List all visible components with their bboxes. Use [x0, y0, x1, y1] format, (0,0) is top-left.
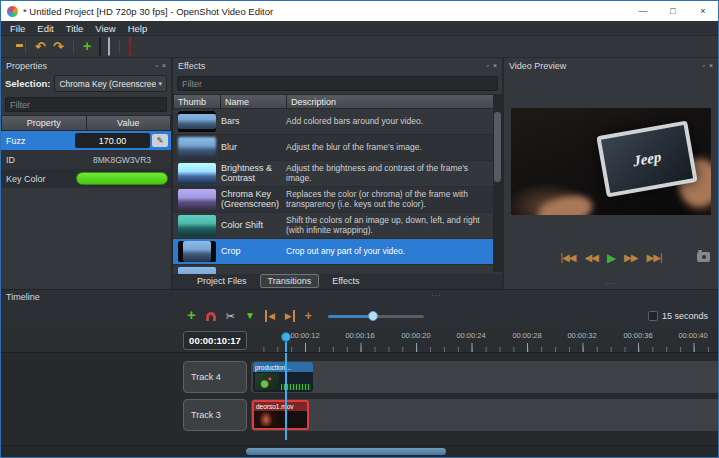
effect-row-partial[interactable] — [173, 265, 502, 274]
jump-to-start-button[interactable]: |◀◀ — [561, 253, 576, 263]
ruler-label: 00:00:24 — [449, 331, 493, 340]
close-panel-icon[interactable]: × — [493, 62, 497, 69]
clip-deorso1[interactable]: deorso1.mov — [252, 400, 309, 430]
edit-value-button[interactable]: ✎ — [152, 134, 168, 147]
video-frame[interactable]: Jeep — [511, 108, 711, 215]
track-row: Track 3 deorso1.mov — [1, 399, 718, 431]
openshot-logo-icon — [7, 6, 18, 17]
effects-scrollbar-thumb[interactable] — [494, 112, 501, 182]
clip-thumbnail — [255, 412, 277, 426]
previous-marker-button[interactable]: ◀ — [265, 310, 275, 322]
ruler-label: 00:00:28 — [505, 331, 549, 340]
effects-title: Effects — [178, 61, 205, 71]
ruler-label: 00:00:36 — [616, 331, 660, 340]
maximize-button[interactable]: □ — [658, 1, 688, 21]
selection-row: Selection: Chroma Key (Greenscreen) ▾ — [1, 73, 171, 94]
save-frame-camera-icon[interactable] — [697, 252, 710, 262]
property-row-id[interactable]: ID 8MK8GW3VR3 — [1, 150, 171, 169]
effect-row-chroma-key[interactable]: Chroma Key (Greenscreen) Replaces the co… — [173, 187, 502, 213]
track-4-lane[interactable] — [251, 361, 718, 393]
timeline-scrollbar[interactable] — [1, 445, 718, 457]
effects-filter-input[interactable] — [177, 76, 498, 91]
menu-file[interactable]: File — [4, 23, 31, 34]
menu-view[interactable]: View — [89, 23, 121, 34]
menu-title[interactable]: Title — [60, 23, 90, 34]
ruler-label: 00:00:32 — [560, 331, 604, 340]
fullscreen-button[interactable] — [108, 38, 110, 56]
import-files-button[interactable]: + — [83, 39, 92, 52]
clip-thumbnail — [255, 373, 279, 390]
main-toolbar: ↶ ↷ + — [1, 36, 718, 58]
effect-thumbnail — [178, 189, 216, 210]
rewind-button[interactable]: ◀◀ — [584, 253, 597, 263]
titlebar: * Untitled Project [HD 720p 30 fps] - Op… — [1, 1, 718, 21]
close-button[interactable]: × — [688, 1, 718, 21]
video-preview-title: Video Preview — [509, 61, 566, 71]
column-name: Name — [221, 94, 287, 109]
zoom-scale-control: 15 seconds — [648, 303, 708, 329]
jump-to-end-button[interactable]: ▶▶| — [647, 253, 662, 263]
add-marker-button[interactable]: ▼ — [245, 310, 255, 322]
toolbar-separator — [119, 40, 120, 54]
fifteen-seconds-checkbox[interactable] — [648, 311, 658, 321]
selection-dropdown[interactable]: Chroma Key (Greenscreen) ▾ — [54, 75, 167, 92]
track-3-lane[interactable] — [251, 399, 718, 431]
tab-project-files[interactable]: Project Files — [189, 274, 255, 288]
next-marker-button[interactable]: ▶ — [285, 310, 295, 322]
effect-row-brightness-contrast[interactable]: Brightness & Contrast Adjust the brightn… — [173, 161, 502, 187]
effect-name: Blur — [221, 143, 283, 153]
effect-name: Brightness & Contrast — [221, 164, 283, 184]
fifteen-seconds-label: 15 seconds — [662, 311, 708, 321]
play-button[interactable]: ▶ — [607, 253, 615, 263]
track-3-label[interactable]: Track 3 — [183, 399, 247, 431]
fuzz-value-field[interactable]: 170.00 — [75, 133, 150, 148]
effect-row-blur[interactable]: Blur Adjust the blur of the frame's imag… — [173, 135, 502, 161]
video-preview-header: Video Preview ▫ × — [504, 58, 718, 73]
clip-production[interactable]: production... — [253, 362, 313, 392]
minimize-button[interactable]: — — [628, 1, 658, 21]
zoom-slider[interactable] — [328, 315, 424, 318]
center-playhead-button[interactable]: + — [305, 310, 312, 322]
zoom-slider-handle[interactable] — [368, 311, 378, 321]
properties-filter-input[interactable] — [5, 97, 167, 112]
main-area: Properties ▫ × Selection: Chroma Key (Gr… — [1, 58, 718, 289]
effect-row-color-shift[interactable]: Color Shift Shift the colors of an image… — [173, 213, 502, 239]
timeline-scrollbar-thumb[interactable] — [246, 448, 446, 455]
razor-button[interactable]: ✂ — [226, 310, 235, 322]
choose-profile-button[interactable] — [99, 38, 101, 56]
splitter-handle[interactable]: ··· — [431, 291, 442, 300]
effect-description: Replaces the color (or chroma) of the fr… — [283, 190, 492, 209]
menu-help[interactable]: Help — [122, 23, 154, 34]
redo-button[interactable]: ↷ — [53, 41, 64, 53]
close-panel-icon[interactable]: × — [709, 62, 713, 69]
track-4-label[interactable]: Track 4 — [183, 361, 247, 393]
add-track-button[interactable]: + — [187, 309, 196, 321]
tab-effects[interactable]: Effects — [324, 274, 367, 288]
menu-edit[interactable]: Edit — [31, 23, 59, 34]
effect-description: Add colored bars around your video. — [283, 117, 492, 127]
snapping-button[interactable] — [206, 307, 216, 325]
effect-row-bars[interactable]: Bars Add colored bars around your video. — [173, 109, 502, 135]
splitter-handle[interactable]: ··· — [606, 279, 617, 288]
playhead-handle[interactable] — [281, 332, 291, 342]
effect-thumbnail — [178, 111, 216, 132]
export-video-button[interactable] — [129, 38, 131, 56]
playhead-line[interactable] — [285, 353, 287, 440]
tab-transitions[interactable]: Transitions — [260, 274, 320, 288]
property-row-fuzz[interactable]: Fuzz 170.00 ✎ — [1, 131, 171, 150]
properties-title: Properties — [6, 61, 47, 71]
choose-profile-icon — [99, 37, 101, 56]
float-panel-icon[interactable]: ▫ — [155, 62, 157, 69]
effects-scrollbar[interactable] — [493, 94, 502, 272]
property-row-key-color[interactable]: Key Color — [1, 169, 171, 188]
float-panel-icon[interactable]: ▫ — [486, 62, 488, 69]
timeline-ruler[interactable]: 00:00:10:17 00:00:12 00:00:16 00:00:20 0… — [1, 329, 718, 353]
key-color-swatch[interactable] — [76, 172, 168, 185]
close-panel-icon[interactable]: × — [162, 62, 166, 69]
column-thumb: Thumb — [173, 94, 221, 109]
undo-button[interactable]: ↶ — [35, 41, 46, 53]
effect-row-crop[interactable]: Crop Crop out any part of your video. — [173, 239, 502, 265]
selection-value: Chroma Key (Greenscreen) — [59, 79, 156, 89]
fast-forward-button[interactable]: ▶▶ — [624, 253, 637, 263]
float-panel-icon[interactable]: ▫ — [702, 62, 704, 69]
